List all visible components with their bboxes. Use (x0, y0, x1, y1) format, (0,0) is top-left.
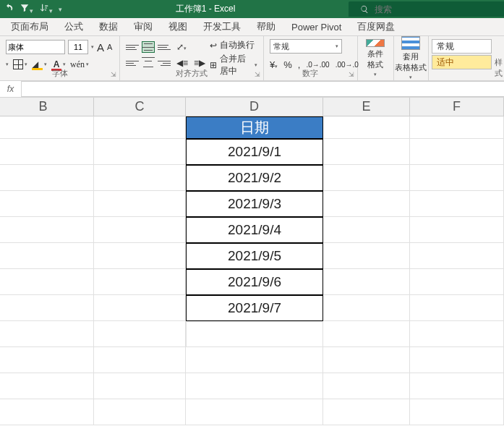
align-center[interactable] (142, 57, 155, 69)
cell-style-normal[interactable]: 常规 (432, 39, 492, 54)
col-header-f[interactable]: F (410, 98, 504, 116)
tab-data[interactable]: 数据 (99, 20, 118, 33)
align-right[interactable] (158, 57, 171, 69)
worksheet-grid[interactable]: B C D E F 日期 2021/9/1 2021/9/2 2021/9/3 … (0, 98, 504, 433)
fx-icon[interactable]: fx (0, 81, 22, 97)
font-size-dropdown[interactable]: ▾ (91, 44, 94, 50)
font-group: ▾ A A ▾ ▾ ◢▾ A▾ wén▾ 字体 ⇲ (0, 36, 120, 80)
align-middle[interactable] (142, 41, 155, 53)
tab-help[interactable]: 帮助 (257, 20, 276, 33)
align-left[interactable] (126, 57, 139, 69)
number-group-label: 数字 (264, 68, 357, 79)
conditional-format-button[interactable]: 条件格式 ▾ (358, 36, 394, 80)
date-cell[interactable]: 2021/9/2 (186, 165, 323, 191)
qat-customize[interactable]: ▾ (59, 6, 62, 13)
tab-formulas[interactable]: 公式 (64, 20, 83, 33)
header-cell-date[interactable]: 日期 (186, 116, 323, 139)
cell-style-neutral[interactable]: 适中 (432, 55, 492, 69)
number-launcher-icon[interactable]: ⇲ (349, 71, 354, 78)
number-group: 常规▾ ¥▾ % , .0→.00 .00→.0 数字 ⇲ (264, 36, 358, 80)
format-as-table-button[interactable]: 套用 表格格式 ▾ (394, 36, 429, 80)
wrap-icon: ↩ (210, 41, 217, 51)
filter-icon[interactable]: ▾ (20, 3, 33, 15)
col-header-d[interactable]: D (186, 98, 323, 116)
cell-styles-gallery: 常规 适中 (429, 36, 495, 80)
tab-view[interactable]: 视图 (168, 20, 187, 33)
table-row: 日期 (0, 116, 504, 139)
number-format-select[interactable]: 常规▾ (270, 39, 342, 54)
table-format-icon (401, 36, 420, 50)
formula-bar: fx (0, 81, 504, 98)
tab-page-layout[interactable]: 页面布局 (11, 20, 48, 33)
sort-icon[interactable]: ▾ (39, 3, 53, 15)
col-header-e[interactable]: E (323, 98, 410, 116)
font-group-label: 字体 (0, 68, 119, 79)
title-bar: ▾ ▾ ▾ 工作簿1 - Excel (0, 0, 504, 18)
decrease-indent[interactable]: ◀≡ (176, 58, 188, 68)
wrap-text-button[interactable]: ↩自动换行 (210, 39, 257, 51)
tab-powerpivot[interactable]: Power Pivot (291, 22, 341, 33)
formula-input[interactable] (22, 81, 504, 97)
cell[interactable] (0, 116, 94, 139)
qat: ▾ ▾ ▾ (0, 3, 62, 15)
ribbon-tabs: 页面布局 公式 数据 审阅 视图 开发工具 帮助 Power Pivot 百度网… (0, 18, 504, 36)
align-top[interactable] (126, 41, 139, 53)
cell[interactable] (323, 116, 410, 139)
date-cell[interactable]: 2021/9/5 (186, 243, 323, 269)
tab-baidu[interactable]: 百度网盘 (357, 20, 395, 33)
cell[interactable] (410, 116, 504, 139)
search-box[interactable] (349, 1, 504, 17)
font-name-input[interactable] (6, 40, 65, 54)
font-launcher-icon[interactable]: ⇲ (111, 71, 116, 78)
date-cell[interactable]: 2021/9/7 (186, 295, 323, 321)
align-launcher-icon[interactable]: ⇲ (255, 71, 260, 78)
undo-icon[interactable] (4, 3, 14, 15)
search-input[interactable] (375, 4, 497, 14)
cell[interactable] (94, 116, 186, 139)
increase-decimal[interactable]: .0→.00 (306, 61, 329, 69)
conditional-format-icon (366, 39, 385, 47)
decrease-decimal[interactable]: .00→.0 (336, 61, 359, 69)
window-title: 工作簿1 - Excel (62, 3, 349, 15)
increase-indent[interactable]: ≡▶ (194, 58, 205, 68)
date-cell[interactable]: 2021/9/6 (186, 269, 323, 295)
search-icon (360, 4, 369, 14)
tab-review[interactable]: 审阅 (134, 20, 153, 33)
font-size-input[interactable] (68, 40, 88, 54)
align-group-label: 对齐方式 (120, 68, 263, 79)
font-more[interactable]: ▾ (6, 61, 9, 67)
date-cell[interactable]: 2021/9/1 (186, 139, 323, 165)
col-header-c[interactable]: C (94, 98, 186, 116)
alignment-group: ⤢▾ ◀≡ ≡▶ ↩自动换行 ⊞合并后居中▾ 对齐方式 ⇲ (120, 36, 264, 80)
styles-group-label: 样式 (495, 36, 504, 80)
ribbon: ▾ A A ▾ ▾ ◢▾ A▾ wén▾ 字体 ⇲ ⤢▾ (0, 36, 504, 81)
align-bottom[interactable] (158, 41, 171, 53)
col-header-b[interactable]: B (0, 98, 94, 116)
date-cell[interactable]: 2021/9/4 (186, 217, 323, 243)
decrease-font-icon[interactable]: A (107, 43, 112, 51)
tab-developer[interactable]: 开发工具 (203, 20, 241, 33)
date-cell[interactable]: 2021/9/3 (186, 191, 323, 217)
increase-font-icon[interactable]: A (97, 41, 104, 54)
orientation-button[interactable]: ⤢▾ (176, 42, 187, 52)
